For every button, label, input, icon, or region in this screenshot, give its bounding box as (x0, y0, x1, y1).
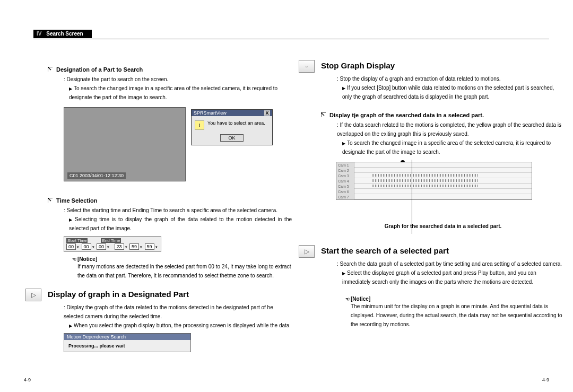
heading-display-graph: Display of graph in a Designated Part (48, 290, 292, 299)
subhead-designation: Designation of a Part to Search (48, 66, 292, 73)
end-hh[interactable]: 23 (115, 243, 124, 250)
triangle-bullet-icon: ▶ (69, 86, 72, 91)
time-tri-text: ▶Selecting time is to display the graph … (69, 215, 292, 233)
start-search-colon-text: : Search the data graph of a selected pa… (337, 259, 565, 268)
header-divider (33, 39, 549, 39)
triangle-bullet-icon: ▶ (342, 141, 345, 146)
subhead-display-selected: Display tje graph of the searched data i… (321, 112, 565, 118)
display-graph-colon-text: : Display the graph of the data related … (64, 303, 292, 321)
graph-row-label: Cam 6 (336, 189, 354, 194)
graph-indicator-line (412, 160, 412, 234)
end-time-label: End Time (101, 238, 121, 243)
right-column: ▫ Stop Graph Display : Stop the display … (321, 61, 565, 329)
pointing-hand-icon: ☜ (72, 257, 76, 262)
start-time-label: Start Time (66, 238, 88, 243)
close-icon[interactable]: X (264, 110, 270, 116)
triangle-bullet-icon: ▶ (69, 217, 73, 222)
left-column: Designation of a Part to Search : Design… (48, 61, 292, 352)
heading-stop-graph: Stop Graph Display (321, 61, 565, 70)
start-mm[interactable]: 00 (82, 243, 91, 250)
graph-row-label: Cam 7 (336, 194, 354, 199)
corner-arrow-icon (48, 67, 53, 72)
triangle-bullet-icon: ▶ (342, 86, 345, 91)
graph-row-label: Cam 3 (336, 173, 354, 178)
surveillance-screenshot: C01 2003/04/01-12:12:30 (64, 107, 186, 181)
graph-row-label: Cam 4 (336, 178, 354, 184)
subhead-time-selection: Time Selection (48, 197, 292, 204)
notice-label: ☜[Notice] (72, 256, 292, 262)
time-colon-text: : Select the starting time and Ending Ti… (64, 206, 292, 215)
designation-colon-text: : Designate the part to search on the sc… (64, 75, 292, 84)
surveillance-timestamp: C01 2003/04/01-12:12:30 (67, 172, 126, 179)
dialog-message: You have to select an area. (207, 120, 265, 130)
end-ss[interactable]: 59 (145, 243, 154, 250)
ok-button[interactable]: OK (220, 134, 243, 142)
graph-caption: Graph for the searched data in a selecte… (321, 223, 565, 229)
heading-start-search: Start the search of a selected part (321, 246, 565, 255)
progress-dialog: Motion Dependency Search Processing... p… (64, 333, 191, 352)
start-hh[interactable]: 00 (66, 243, 76, 250)
section-header: IV Search Screen (33, 30, 549, 39)
pointing-hand-icon: ☜ (345, 297, 350, 302)
graph-row-label: Cam 2 (336, 168, 354, 173)
display-sel-tri-text: ▶To search the changed image in a specif… (342, 138, 565, 156)
dialog-title: SPRSmartView (194, 110, 227, 116)
section-title: Search Screen (46, 31, 83, 37)
start-ss[interactable]: 00 (97, 243, 106, 250)
notice-body-2: The minimum unit for the display on a gr… (351, 302, 565, 329)
page-number-left: 4-9 (24, 377, 31, 382)
notice-label-2: ☜[Notice] (345, 296, 565, 302)
end-mm[interactable]: 59 (129, 243, 139, 250)
stop-graph-colon-text: : Stop the display of a graph and extrac… (337, 74, 565, 83)
graph-timeline: Cam 1 Cam 2 Cam 3 Cam 4 Cam 5 Cam 6 Cam … (336, 162, 532, 200)
start-search-tri-text: ▶Select the displayed graph of a selecte… (342, 268, 565, 286)
corner-arrow-icon (48, 198, 53, 203)
progress-title: Motion Dependency Search (64, 334, 190, 340)
display-sel-colon-text: : If the data search related to the moti… (337, 120, 565, 138)
graph-row-label: Cam 1 (336, 162, 354, 168)
graph-row-label: Cam 5 (336, 184, 354, 189)
alert-dialog: SPRSmartView X ! You have to select an a… (191, 109, 273, 145)
progress-message: Processing... please wait (64, 340, 190, 352)
corner-arrow-icon (321, 112, 326, 117)
stop-graph-tri-text: ▶If you select [Stop] button while data … (342, 83, 565, 101)
notice-body: If many motions are dectected in the sel… (77, 262, 292, 280)
display-graph-tri-text: ▶When you select the graph display butto… (69, 321, 292, 330)
triangle-bullet-icon: ▶ (69, 324, 72, 328)
warning-icon: ! (195, 120, 204, 130)
section-number: IV (37, 31, 41, 37)
designation-tri-text: ▶To search the changed image in a specif… (69, 84, 292, 102)
triangle-bullet-icon: ▶ (342, 271, 345, 276)
screenshot-block: C01 2003/04/01-12:12:30 SPRSmartView X !… (48, 102, 292, 185)
stop-icon: ▫ (299, 60, 315, 73)
graph-display-icon: ▷ (25, 289, 41, 301)
play-icon: ▷ (299, 245, 315, 258)
page-number-right: 4-9 (542, 377, 549, 382)
time-selector: Start Time End Time 00▾ 00▾ 00▾ 23▾ 59▾ … (64, 236, 161, 252)
